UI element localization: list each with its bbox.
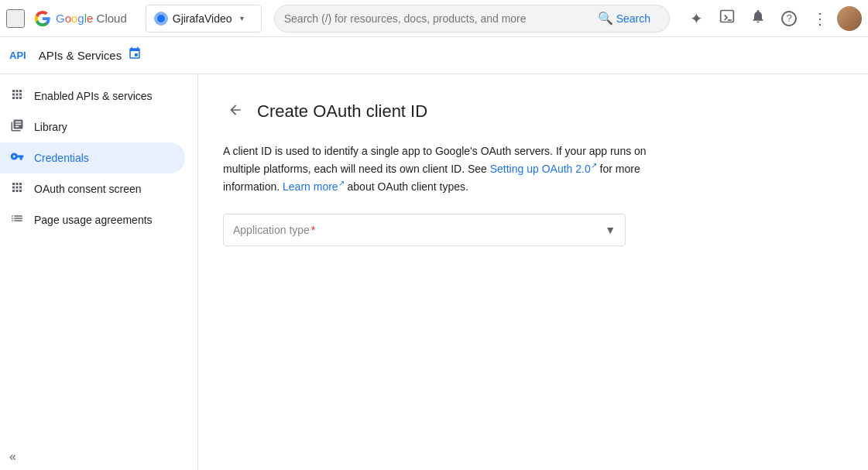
sidebar-item-page-usage-label: Page usage agreements xyxy=(34,214,153,226)
google-cloud-text: Google Cloud xyxy=(56,12,127,25)
dropdown-placeholder: Application type xyxy=(233,224,310,236)
gemini-icon: ✦ xyxy=(690,9,703,28)
setting-up-link-text: Setting up OAuth 2.0 xyxy=(490,163,591,175)
sidebar-item-library[interactable]: Library xyxy=(0,111,185,142)
gemini-button[interactable]: ✦ xyxy=(682,5,710,33)
sidebar-item-library-label: Library xyxy=(34,121,67,133)
collapse-icon: « xyxy=(9,450,16,464)
search-btn-label: Search xyxy=(616,12,650,25)
back-button[interactable] xyxy=(223,99,248,124)
description-text: A client ID is used to identify a single… xyxy=(223,142,657,195)
oauth-icon xyxy=(9,180,25,198)
learn-more-external-icon: ↗ xyxy=(338,179,345,187)
hamburger-menu-button[interactable] xyxy=(6,9,25,28)
project-dot-inner xyxy=(157,15,165,22)
main-layout: Enabled APIs & services Library Credenti… xyxy=(0,74,868,470)
sidebar-item-enabled-apis[interactable]: Enabled APIs & services xyxy=(0,81,185,111)
sidebar-item-oauth-label: OAuth consent screen xyxy=(34,183,142,195)
page-header: Create OAuth client ID xyxy=(223,99,843,124)
google-logo-icon xyxy=(34,10,51,27)
dropdown-chevron-icon: ▼ xyxy=(605,224,616,236)
notifications-button[interactable] xyxy=(744,5,772,33)
sidebar-item-credentials[interactable]: Credentials xyxy=(0,142,185,173)
learn-more-text: Learn more xyxy=(283,180,338,193)
description-part-3: about OAuth client types. xyxy=(345,180,468,193)
more-options-icon: ⋮ xyxy=(812,9,828,28)
topbar-left: Google Cloud GjirafaVideo ▾ xyxy=(6,5,262,33)
back-arrow-icon xyxy=(228,102,243,122)
search-bar[interactable]: 🔍 Search xyxy=(274,5,670,33)
pin-icon xyxy=(128,46,142,64)
api-badge: API xyxy=(0,50,36,61)
help-icon: ? xyxy=(781,11,797,26)
sidebar-item-page-usage[interactable]: Page usage agreements xyxy=(0,204,185,235)
sidebar-item-enabled-apis-label: Enabled APIs & services xyxy=(34,90,153,102)
sidebar-item-oauth[interactable]: OAuth consent screen xyxy=(0,173,185,204)
project-dot-icon xyxy=(154,12,168,26)
avatar-button[interactable] xyxy=(837,6,862,31)
cloud-shell-button[interactable] xyxy=(713,5,741,33)
notifications-icon xyxy=(750,9,766,28)
more-options-button[interactable]: ⋮ xyxy=(806,5,834,33)
search-input[interactable] xyxy=(284,12,588,25)
project-selector[interactable]: GjirafaVideo ▾ xyxy=(146,5,262,33)
sidebar: Enabled APIs & services Library Credenti… xyxy=(0,74,198,470)
required-marker: * xyxy=(311,224,315,236)
search-icon: 🔍 xyxy=(598,11,613,26)
library-icon xyxy=(9,118,25,136)
sidebar-collapse-button[interactable]: « xyxy=(0,444,197,470)
learn-more-link[interactable]: Learn more↗ xyxy=(283,180,345,193)
project-dropdown-arrow-icon: ▾ xyxy=(240,14,244,22)
subheader-title: APIs & Services xyxy=(39,49,122,62)
credentials-icon xyxy=(9,149,25,167)
help-button[interactable]: ? xyxy=(775,5,803,33)
topbar-right: ✦ ? ⋮ xyxy=(682,5,862,33)
page-usage-icon xyxy=(9,211,25,229)
application-type-container: Application type* ▼ xyxy=(223,214,626,246)
project-name: GjirafaVideo xyxy=(173,12,232,25)
terminal-icon xyxy=(719,9,735,28)
content-area: Create OAuth client ID A client ID is us… xyxy=(198,74,868,470)
subheader: API APIs & Services xyxy=(0,37,868,74)
sidebar-item-credentials-label: Credentials xyxy=(34,152,89,164)
setting-up-oauth-link[interactable]: Setting up OAuth 2.0↗ xyxy=(490,163,597,175)
sidebar-items: Enabled APIs & services Library Credenti… xyxy=(0,74,197,444)
google-cloud-logo: Google Cloud xyxy=(34,10,127,27)
application-type-label: Application type* xyxy=(233,224,315,236)
search-button[interactable]: 🔍 Search xyxy=(588,11,660,26)
external-link-icon: ↗ xyxy=(591,161,597,170)
enabled-apis-icon xyxy=(9,87,25,105)
page-title: Create OAuth client ID xyxy=(257,101,427,122)
avatar-image xyxy=(837,6,862,31)
application-type-dropdown[interactable]: Application type* ▼ xyxy=(223,214,626,246)
topbar: Google Cloud GjirafaVideo ▾ 🔍 Search ✦ xyxy=(0,0,868,37)
